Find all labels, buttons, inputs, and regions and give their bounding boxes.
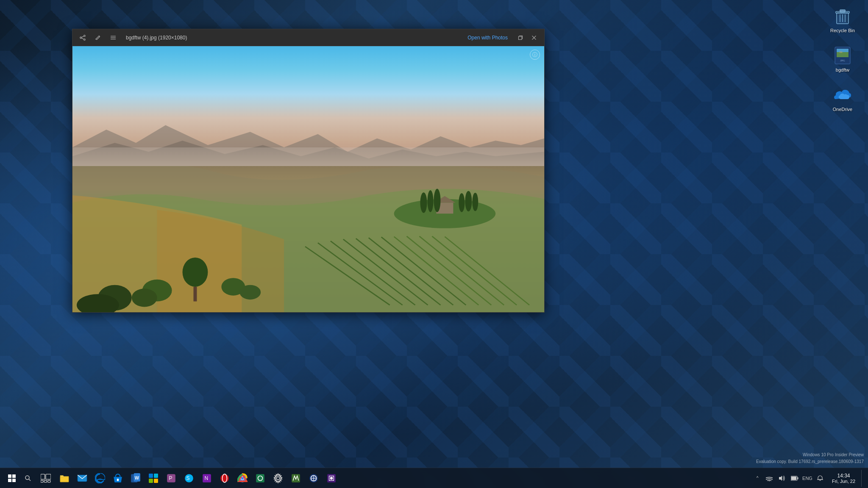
system-tray: ENG <box>763 472 826 484</box>
clock-time: 14:34 <box>837 473 850 479</box>
svg-line-17 <box>99 36 100 36</box>
landscape-image: ⓘ <box>72 46 544 312</box>
svg-line-16 <box>81 38 83 39</box>
taskbar-settings[interactable] <box>270 470 287 487</box>
window-controls <box>515 32 540 44</box>
bgdftw-label: bgdftw <box>836 67 849 73</box>
taskbar-app-12[interactable] <box>252 470 269 487</box>
svg-rect-98 <box>798 477 798 479</box>
desktop-icon-bgdftw[interactable]: JPG bgdftw <box>831 44 854 75</box>
svg-rect-54 <box>12 474 16 478</box>
svg-rect-9 <box>837 52 849 57</box>
svg-rect-8 <box>837 49 849 52</box>
recycle-bin-icon <box>832 6 853 26</box>
taskbar-app-8[interactable]: P <box>163 470 180 487</box>
taskbar-right: ^ <box>753 470 865 487</box>
svg-rect-21 <box>519 36 522 40</box>
start-button[interactable] <box>3 470 20 487</box>
svg-line-58 <box>29 479 31 481</box>
show-desktop-button[interactable] <box>861 470 865 487</box>
taskbar-app-cp[interactable] <box>145 470 162 487</box>
svg-rect-71 <box>154 474 158 478</box>
svg-point-48 <box>132 288 157 307</box>
taskbar-mail[interactable] <box>74 470 91 487</box>
taskbar-app-16[interactable] <box>323 470 340 487</box>
svg-point-42 <box>459 193 465 212</box>
svg-rect-88 <box>292 474 300 482</box>
search-button[interactable] <box>20 471 36 486</box>
svg-point-13 <box>80 37 82 39</box>
svg-rect-19 <box>111 37 116 38</box>
svg-rect-70 <box>149 474 153 478</box>
taskbar-onenote[interactable]: N <box>198 470 215 487</box>
svg-rect-60 <box>46 474 51 479</box>
taskbar-chrome[interactable] <box>234 470 251 487</box>
fields-layer <box>72 166 544 312</box>
svg-point-45 <box>183 257 208 286</box>
tray-network-icon[interactable] <box>763 472 775 484</box>
photo-content: ⓘ <box>72 46 544 312</box>
desktop-icon-recycle-bin[interactable]: Recycle Bin <box>829 4 857 35</box>
taskbar-store[interactable] <box>109 470 126 487</box>
taskbar-app-15[interactable] <box>305 470 322 487</box>
tray-battery-icon[interactable] <box>789 472 801 484</box>
taskbar-opera[interactable] <box>216 470 233 487</box>
svg-rect-56 <box>12 479 16 482</box>
share-button[interactable] <box>77 32 89 44</box>
desktop-icons-container: Recycle Bin JPG bgdftw OneDrive <box>817 0 868 119</box>
svg-rect-62 <box>44 480 47 482</box>
taskbar: W P S N <box>0 468 868 488</box>
svg-rect-53 <box>8 474 11 478</box>
svg-point-12 <box>84 35 86 36</box>
taskbar-word[interactable]: W <box>127 470 144 487</box>
taskbar-skype[interactable]: S <box>181 470 198 487</box>
svg-marker-96 <box>779 476 782 481</box>
recycle-bin-label: Recycle Bin <box>830 28 855 33</box>
titlebar-left-actions: bgdftw (4).jpg (1920×1080) <box>77 32 187 44</box>
svg-point-10 <box>839 51 843 53</box>
svg-point-43 <box>465 191 472 211</box>
notification-expand-button[interactable]: ^ <box>753 472 762 484</box>
close-button[interactable] <box>528 32 540 44</box>
onedrive-label: OneDrive <box>833 107 852 112</box>
svg-rect-61 <box>41 480 43 482</box>
svg-rect-66 <box>117 479 119 481</box>
titlebar-right-actions: Open with Photos <box>464 32 540 44</box>
svg-point-44 <box>472 193 478 211</box>
photo-viewer-titlebar: bgdftw (4).jpg (1920×1080) Open with Pho… <box>72 29 544 46</box>
tray-notifications-icon[interactable] <box>814 472 826 484</box>
svg-rect-59 <box>41 474 45 479</box>
tray-language-icon[interactable]: ENG <box>801 472 813 484</box>
desktop-icon-onedrive[interactable]: OneDrive <box>831 83 854 114</box>
svg-point-52 <box>239 285 261 299</box>
taskbar-app-14[interactable] <box>287 470 304 487</box>
svg-point-41 <box>434 189 440 212</box>
svg-rect-64 <box>60 477 69 482</box>
task-view-button[interactable] <box>37 470 54 487</box>
photo-filename: bgdftw (4).jpg (1920×1080) <box>126 35 187 41</box>
win10-line1: Windows 10 Pro Insider Preview <box>756 452 864 458</box>
svg-text:N: N <box>205 475 209 481</box>
svg-point-87 <box>276 477 279 480</box>
tray-volume-icon[interactable] <box>776 472 788 484</box>
onedrive-icon <box>832 85 853 105</box>
svg-rect-20 <box>111 39 116 39</box>
taskbar-file-explorer[interactable] <box>56 470 73 487</box>
svg-rect-72 <box>149 479 153 483</box>
info-button[interactable]: ⓘ <box>530 50 540 60</box>
clock[interactable]: 14:34 Fri, Jun, 22 <box>828 472 860 485</box>
svg-point-95 <box>769 480 770 481</box>
svg-rect-73 <box>154 479 158 483</box>
taskbar-edge[interactable] <box>92 470 108 487</box>
svg-rect-85 <box>256 474 264 482</box>
edit-button[interactable] <box>92 32 104 44</box>
svg-text:S: S <box>186 475 189 481</box>
clock-date: Fri, Jun, 22 <box>832 479 855 484</box>
svg-point-80 <box>220 474 229 482</box>
svg-text:JPG: JPG <box>840 59 845 62</box>
bgdftw-icon: JPG <box>832 45 853 66</box>
open-with-photos-button[interactable]: Open with Photos <box>464 33 511 42</box>
menu-button[interactable] <box>107 32 119 44</box>
maximize-button[interactable] <box>515 32 526 44</box>
svg-rect-46 <box>193 287 197 302</box>
